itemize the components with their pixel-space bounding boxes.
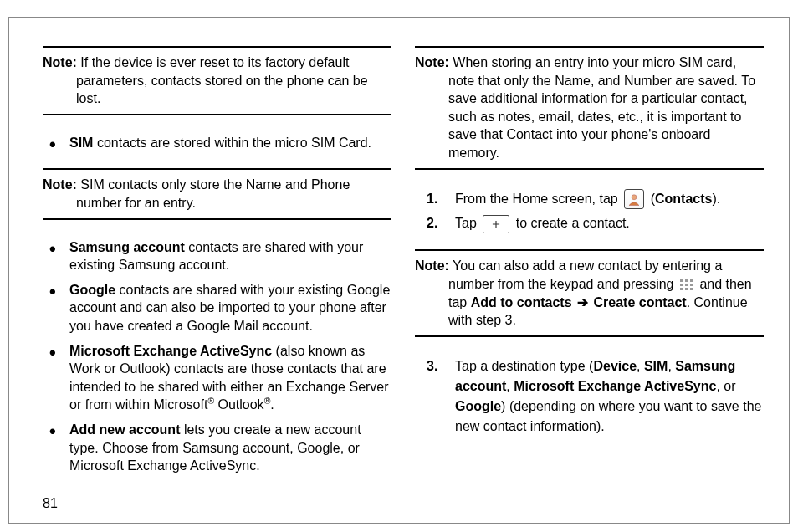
svg-rect-3 [690,279,693,282]
contacts-label: Contacts [655,192,712,206]
sim-text: contacts are stored within the micro SIM… [93,136,371,150]
manual-page: Note: If the device is ever reset to its… [8,17,790,524]
s3-c1: , [637,359,644,373]
note-label: Note: [415,258,449,273]
step1-t1: From the Home screen, tap [455,192,622,206]
left-column: Note: If the device is ever reset to its… [43,41,391,511]
s3-t1: Tap a destination type ( [455,359,593,373]
s3-b2: SIM [644,359,668,373]
s3-c3: , [506,379,514,393]
ms-t3: . [270,397,274,412]
steps-list-1: 1. From the Home screen, tap (Contacts).… [415,185,764,238]
note-label: Note: [43,55,77,69]
note-label: Note: [415,55,449,69]
registered-1: ® [207,396,214,406]
arrow-icon: ➔ [577,295,588,309]
svg-rect-2 [685,279,688,282]
note-micro-sim-storage: Note: When storing an entry into your mi… [415,46,764,170]
google-text: contacts are shared with your existing G… [69,283,390,333]
note-body: SIM contacts only store the Name and Pho… [76,177,350,210]
svg-rect-4 [680,284,683,286]
svg-point-0 [632,195,637,200]
bullet-list-accounts: Samsung account contacts are shared with… [43,232,391,482]
note-label: Note: [43,177,77,192]
s3-b4: Microsoft Exchange ActiveSync [514,379,716,393]
s3-b1: Device [593,359,637,373]
ms-bold: Microsoft Exchange ActiveSync [69,344,272,358]
step-3: 3. Tap a destination type (Device, SIM, … [415,356,764,437]
svg-rect-5 [685,284,688,286]
contacts-icon [624,189,644,209]
step-number: 3. [427,356,437,376]
bullet-ms: Microsoft Exchange ActiveSync (also know… [43,342,391,414]
add-bold: Add new account [69,422,180,437]
note-add-via-keypad: Note: You can also add a new contact by … [415,249,764,336]
bullet-list-sim: SIM contacts are stored within the micro… [43,127,391,159]
plus-icon [483,215,509,233]
step-number: 1. [427,189,437,209]
bullet-add-account: Add new account lets you create a new ac… [43,421,391,475]
samsung-bold: Samsung account [69,240,185,254]
add-to-contacts-bold: Add to contacts [471,295,572,309]
svg-rect-6 [690,284,693,286]
create-contact-bold: Create contact [593,295,686,309]
step-1: 1. From the Home screen, tap (Contacts). [415,189,764,210]
right-column: Note: When storing an entry into your mi… [415,41,764,511]
step2-t2: to create a contact. [516,216,630,230]
s3-c2: , [668,359,675,373]
svg-rect-7 [680,288,683,290]
svg-rect-1 [680,279,683,282]
ms-t2: Outlook [214,397,264,412]
s3-b5: Google [455,399,501,413]
note-body: If the device is ever reset to its facto… [76,55,368,105]
sim-bold: SIM [69,136,93,150]
google-bold: Google [69,283,115,297]
bullet-samsung: Samsung account contacts are shared with… [43,238,391,274]
s3-cor: , or [716,379,735,393]
note-sim-limit: Note: SIM contacts only store the Name a… [43,168,391,219]
keypad-icon [679,279,694,290]
note-factory-reset: Note: If the device is ever reset to its… [43,46,391,115]
step-number: 2. [427,213,437,233]
svg-rect-9 [690,288,693,290]
svg-rect-8 [685,288,688,290]
steps-list-2: 3. Tap a destination type (Device, SIM, … [415,352,764,441]
step-2: 2. Tap to create a contact. [415,213,764,233]
two-column-layout: Note: If the device is ever reset to its… [43,41,764,511]
page-number: 81 [43,496,58,511]
note-body: When storing an entry into your micro SI… [448,55,755,160]
step1-t3: ). [712,192,720,206]
step2-t1: Tap [455,216,480,230]
bullet-google: Google contacts are shared with your exi… [43,281,391,335]
s3-t2: ) (depending on where you want to save t… [455,399,761,433]
bullet-sim: SIM contacts are stored within the micro… [43,134,391,152]
